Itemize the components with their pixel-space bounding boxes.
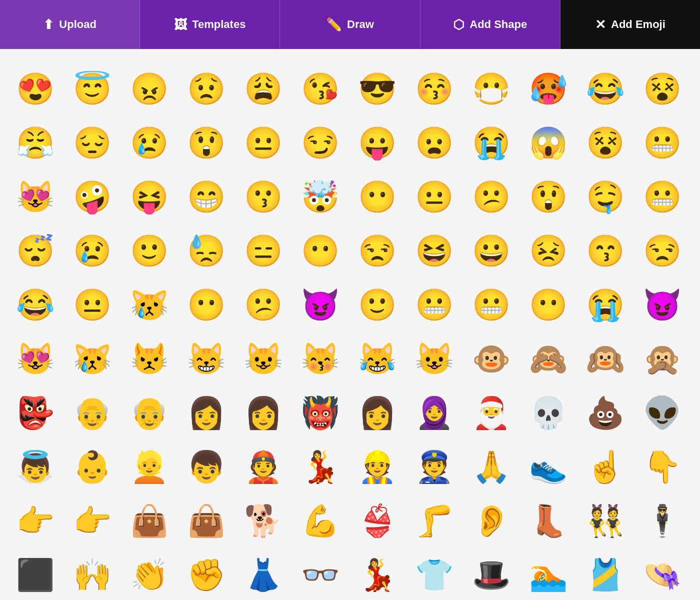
- emoji-cell[interactable]: 👴: [124, 388, 174, 438]
- emoji-cell[interactable]: 😓: [181, 226, 231, 276]
- emoji-cell[interactable]: 👟: [523, 442, 573, 492]
- emoji-cell[interactable]: 👩: [238, 388, 288, 438]
- emoji-cell[interactable]: 😶: [295, 226, 345, 276]
- emoji-cell[interactable]: 😿: [67, 334, 117, 384]
- emoji-cell[interactable]: 😍: [10, 64, 60, 114]
- emoji-cell[interactable]: 😚: [409, 64, 459, 114]
- emoji-cell[interactable]: 💃: [295, 442, 345, 492]
- emoji-cell[interactable]: 😢: [124, 118, 174, 168]
- emoji-cell[interactable]: 🙏: [466, 442, 516, 492]
- emoji-cell[interactable]: 😁: [181, 172, 231, 222]
- emoji-cell[interactable]: 👇: [637, 442, 687, 492]
- emoji-cell[interactable]: 😟: [181, 64, 231, 114]
- emoji-cell[interactable]: 😔: [67, 118, 117, 168]
- emoji-cell[interactable]: 🎅: [466, 388, 516, 438]
- emoji-cell[interactable]: 👏: [124, 550, 174, 600]
- emoji-cell[interactable]: 🎽: [580, 550, 630, 600]
- emoji-cell[interactable]: 🙂: [124, 226, 174, 276]
- emoji-cell[interactable]: 👱: [124, 442, 174, 492]
- emoji-cell[interactable]: 😩: [238, 64, 288, 114]
- draw-button[interactable]: ✏️ Draw: [280, 0, 420, 49]
- emoji-cell[interactable]: 👦: [181, 442, 231, 492]
- emoji-cell[interactable]: ☝️: [580, 442, 630, 492]
- emoji-cell[interactable]: 😈: [295, 280, 345, 330]
- emoji-cell[interactable]: 👉: [67, 496, 117, 546]
- emoji-cell[interactable]: 😶: [181, 280, 231, 330]
- emoji-cell[interactable]: 👂: [466, 496, 516, 546]
- emoji-cell[interactable]: 🦵: [409, 496, 459, 546]
- emoji-cell[interactable]: 😬: [409, 280, 459, 330]
- emoji-cell[interactable]: 😲: [523, 172, 573, 222]
- emoji-cell[interactable]: 😏: [295, 118, 345, 168]
- emoji-cell[interactable]: 😦: [409, 118, 459, 168]
- emoji-cell[interactable]: 🧕: [409, 388, 459, 438]
- emoji-cell[interactable]: 😠: [124, 64, 174, 114]
- add-emoji-button[interactable]: ✕ Add Emoji: [560, 0, 700, 49]
- emoji-cell[interactable]: 😙: [580, 226, 630, 276]
- emoji-cell[interactable]: 👮: [409, 442, 459, 492]
- emoji-cell[interactable]: 😕: [466, 172, 516, 222]
- emoji-cell[interactable]: 🤪: [67, 172, 117, 222]
- emoji-cell[interactable]: 🐕: [238, 496, 288, 546]
- emoji-cell[interactable]: 👴: [67, 388, 117, 438]
- emoji-cell[interactable]: 😶: [523, 280, 573, 330]
- emoji-cell[interactable]: 👒: [637, 550, 687, 600]
- emoji-cell[interactable]: 😛: [352, 118, 402, 168]
- emoji-cell[interactable]: 😹: [352, 334, 402, 384]
- emoji-cell[interactable]: 😒: [352, 226, 402, 276]
- emoji-cell[interactable]: 😻: [10, 172, 60, 222]
- emoji-cell[interactable]: 😘: [295, 64, 345, 114]
- emoji-cell[interactable]: 😭: [466, 118, 516, 168]
- emoji-cell[interactable]: 🎩: [466, 550, 516, 600]
- emoji-cell[interactable]: 💀: [523, 388, 573, 438]
- emoji-cell[interactable]: 😗: [238, 172, 288, 222]
- emoji-cell[interactable]: 😵: [580, 118, 630, 168]
- emoji-cell[interactable]: ✊: [181, 550, 231, 600]
- emoji-cell[interactable]: 😝: [124, 172, 174, 222]
- emoji-cell[interactable]: 👷: [352, 442, 402, 492]
- emoji-cell[interactable]: 🙉: [580, 334, 630, 384]
- emoji-cell[interactable]: 👕: [409, 550, 459, 600]
- emoji-cell[interactable]: 😇: [67, 64, 117, 114]
- emoji-cell[interactable]: 😐: [238, 118, 288, 168]
- emoji-cell[interactable]: 😒: [637, 226, 687, 276]
- emoji-cell[interactable]: 😀: [466, 226, 516, 276]
- emoji-cell[interactable]: 💃: [352, 550, 402, 600]
- emoji-cell[interactable]: 😺: [409, 334, 459, 384]
- emoji-cell[interactable]: 👩: [352, 388, 402, 438]
- emoji-cell[interactable]: 😷: [466, 64, 516, 114]
- emoji-cell[interactable]: 🙊: [637, 334, 687, 384]
- emoji-cell[interactable]: 😐: [67, 280, 117, 330]
- emoji-cell[interactable]: 💩: [580, 388, 630, 438]
- emoji-cell[interactable]: 🙂: [352, 280, 402, 330]
- emoji-cell[interactable]: 😴: [10, 226, 60, 276]
- emoji-cell[interactable]: 😾: [124, 334, 174, 384]
- add-shape-button[interactable]: ⬡ Add Shape: [420, 0, 560, 49]
- emoji-cell[interactable]: 😵: [637, 64, 687, 114]
- emoji-cell[interactable]: 🙌: [67, 550, 117, 600]
- emoji-cell[interactable]: 👜: [181, 496, 231, 546]
- emoji-cell[interactable]: 🕴️: [637, 496, 687, 546]
- emoji-cell[interactable]: 😐: [409, 172, 459, 222]
- emoji-cell[interactable]: 😿: [124, 280, 174, 330]
- emoji-cell[interactable]: 👉: [10, 496, 60, 546]
- emoji-cell[interactable]: 😽: [295, 334, 345, 384]
- emoji-cell[interactable]: 👶: [67, 442, 117, 492]
- emoji-cell[interactable]: 😆: [409, 226, 459, 276]
- emoji-cell[interactable]: 😱: [523, 118, 573, 168]
- emoji-cell[interactable]: 😈: [637, 280, 687, 330]
- emoji-cell[interactable]: 😸: [181, 334, 231, 384]
- emoji-cell[interactable]: 😢: [67, 226, 117, 276]
- emoji-cell[interactable]: 😕: [238, 280, 288, 330]
- emoji-cell[interactable]: 🤤: [580, 172, 630, 222]
- emoji-cell[interactable]: 😭: [580, 280, 630, 330]
- emoji-cell[interactable]: 🤯: [295, 172, 345, 222]
- emoji-cell[interactable]: 😶: [352, 172, 402, 222]
- emoji-cell[interactable]: 👽: [637, 388, 687, 438]
- emoji-cell[interactable]: 😤: [10, 118, 60, 168]
- emoji-cell[interactable]: 👜: [124, 496, 174, 546]
- emoji-cell[interactable]: 👼: [10, 442, 60, 492]
- emoji-cell[interactable]: 😲: [181, 118, 231, 168]
- emoji-cell[interactable]: 👹: [295, 388, 345, 438]
- emoji-cell[interactable]: ⬛: [10, 550, 60, 600]
